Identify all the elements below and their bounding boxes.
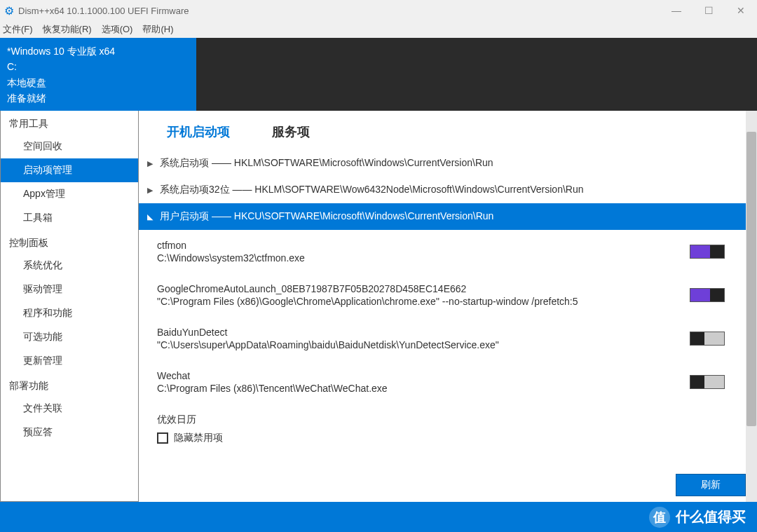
info-strip: *Windows 10 专业版 x64 C: 本地硬盘 准备就绪 bbox=[0, 38, 757, 111]
sidebar-group-control: 控制面板 bbox=[1, 230, 138, 254]
toggle-chrome[interactable] bbox=[690, 288, 725, 302]
group-label: 系统启动项 —— HKLM\SOFTWARE\Microsoft\Windows… bbox=[160, 157, 493, 170]
scrollbar[interactable] bbox=[746, 111, 757, 502]
sidebar-item-file-assoc[interactable]: 文件关联 bbox=[1, 397, 138, 421]
group-system-startup-32[interactable]: ▶ 系统启动项32位 —— HKLM\SOFTWARE\Wow6432Node\… bbox=[139, 177, 746, 203]
group-user-startup[interactable]: ◣ 用户启动项 —— HKCU\SOFTWARE\Microsoft\Windo… bbox=[139, 203, 746, 230]
sidebar-item-drivers[interactable]: 驱动管理 bbox=[1, 278, 138, 301]
group-system-startup[interactable]: ▶ 系统启动项 —— HKLM\SOFTWARE\Microsoft\Windo… bbox=[139, 150, 746, 177]
chevron-right-icon: ▶ bbox=[147, 186, 154, 195]
startup-entry-ctfmon[interactable]: ctfmon C:\Windows\system32\ctfmon.exe bbox=[139, 230, 746, 273]
sidebar-item-unattend[interactable]: 预应答 bbox=[1, 421, 138, 444]
content: 开机启动项 服务项 ▶ 系统启动项 —— HKLM\SOFTWARE\Micro… bbox=[139, 111, 757, 502]
menu-help[interactable]: 帮助(H) bbox=[142, 23, 173, 36]
entry-name: Wechat bbox=[157, 370, 690, 381]
chevron-down-icon: ◣ bbox=[147, 212, 154, 221]
entry-path: "C:\Program Files (x86)\Google\Chrome\Ap… bbox=[157, 296, 690, 307]
info-disk-type: 本地硬盘 bbox=[7, 75, 189, 90]
info-dark-area bbox=[196, 38, 757, 111]
entry-path: C:\Windows\system32\ctfmon.exe bbox=[157, 252, 690, 264]
refresh-button[interactable]: 刷新 bbox=[676, 474, 746, 496]
footer-watermark: 值 什么值得买 bbox=[0, 502, 757, 532]
footer-badge-icon: 值 bbox=[649, 507, 670, 528]
startup-entry-chrome[interactable]: GoogleChromeAutoLaunch_08EB71987B7F05B20… bbox=[139, 273, 746, 317]
sidebar-item-appx[interactable]: Appx管理 bbox=[1, 182, 138, 206]
close-button[interactable]: ✕ bbox=[725, 0, 757, 21]
entry-name: BaiduYunDetect bbox=[157, 327, 690, 338]
hide-disabled-row: 隐藏禁用项 bbox=[139, 428, 746, 449]
sidebar-item-optional[interactable]: 可选功能 bbox=[1, 325, 138, 349]
toggle-baidu[interactable] bbox=[690, 332, 725, 346]
window-controls: — ☐ ✕ bbox=[660, 0, 757, 21]
startup-entry-calendar[interactable]: 优效日历 bbox=[139, 404, 746, 428]
startup-entry-baidu[interactable]: BaiduYunDetect "C:\Users\super\AppData\R… bbox=[139, 317, 746, 360]
entry-name: ctfmon bbox=[157, 240, 690, 251]
menu-options[interactable]: 选项(O) bbox=[102, 23, 133, 36]
main: 常用工具 空间回收 启动项管理 Appx管理 工具箱 控制面板 系统优化 驱动管… bbox=[0, 111, 757, 502]
tab-startup[interactable]: 开机启动项 bbox=[167, 123, 230, 140]
group-label: 用户启动项 —— HKCU\SOFTWARE\Microsoft\Windows… bbox=[160, 210, 493, 223]
sidebar-group-common: 常用工具 bbox=[1, 111, 138, 135]
sidebar-item-programs[interactable]: 程序和功能 bbox=[1, 301, 138, 325]
sidebar-item-updates[interactable]: 更新管理 bbox=[1, 349, 138, 373]
info-os: *Windows 10 专业版 x64 bbox=[7, 43, 189, 59]
info-status: 准备就绪 bbox=[7, 90, 189, 106]
window-title: Dism++x64 10.1.1000.100 UEFI Firmware bbox=[18, 6, 660, 16]
minimize-button[interactable]: — bbox=[660, 0, 693, 21]
toggle-ctfmon[interactable] bbox=[690, 245, 725, 259]
sidebar: 常用工具 空间回收 启动项管理 Appx管理 工具箱 控制面板 系统优化 驱动管… bbox=[0, 111, 139, 502]
sidebar-item-optimize[interactable]: 系统优化 bbox=[1, 254, 138, 278]
entry-name: GoogleChromeAutoLaunch_08EB71987B7F05B20… bbox=[157, 283, 690, 294]
tab-bar: 开机启动项 服务项 bbox=[139, 111, 746, 150]
hide-disabled-label: 隐藏禁用项 bbox=[174, 432, 223, 444]
startup-entry-wechat[interactable]: Wechat C:\Program Files (x86)\Tencent\We… bbox=[139, 360, 746, 404]
entry-path: C:\Program Files (x86)\Tencent\WeChat\We… bbox=[157, 383, 690, 394]
hide-disabled-checkbox[interactable] bbox=[157, 432, 168, 444]
scrollbar-thumb[interactable] bbox=[746, 132, 756, 426]
titlebar: ⚙ Dism++x64 10.1.1000.100 UEFI Firmware … bbox=[0, 0, 757, 21]
sidebar-item-cleanup[interactable]: 空间回收 bbox=[1, 135, 138, 158]
sidebar-item-toolbox[interactable]: 工具箱 bbox=[1, 206, 138, 230]
app-icon: ⚙ bbox=[4, 4, 14, 18]
footer-text: 什么值得买 bbox=[676, 507, 746, 526]
menubar: 文件(F) 恢复功能(R) 选项(O) 帮助(H) bbox=[0, 21, 757, 38]
chevron-right-icon: ▶ bbox=[147, 159, 154, 168]
sidebar-group-deploy: 部署功能 bbox=[1, 373, 138, 397]
info-drive: C: bbox=[7, 59, 189, 74]
maximize-button[interactable]: ☐ bbox=[693, 0, 725, 21]
entry-name: 优效日历 bbox=[157, 414, 733, 426]
menu-file[interactable]: 文件(F) bbox=[3, 23, 33, 36]
refresh-label: 刷新 bbox=[701, 479, 721, 491]
tab-services[interactable]: 服务项 bbox=[272, 123, 310, 140]
startup-list: ▶ 系统启动项 —— HKLM\SOFTWARE\Microsoft\Windo… bbox=[139, 150, 746, 449]
entry-path: "C:\Users\super\AppData\Roaming\baidu\Ba… bbox=[157, 339, 690, 350]
sidebar-item-startup[interactable]: 启动项管理 bbox=[1, 158, 138, 182]
menu-recovery[interactable]: 恢复功能(R) bbox=[43, 23, 92, 36]
system-info-box[interactable]: *Windows 10 专业版 x64 C: 本地硬盘 准备就绪 bbox=[0, 38, 196, 111]
group-label: 系统启动项32位 —— HKLM\SOFTWARE\Wow6432Node\Mi… bbox=[160, 184, 584, 196]
toggle-wechat[interactable] bbox=[690, 375, 725, 389]
